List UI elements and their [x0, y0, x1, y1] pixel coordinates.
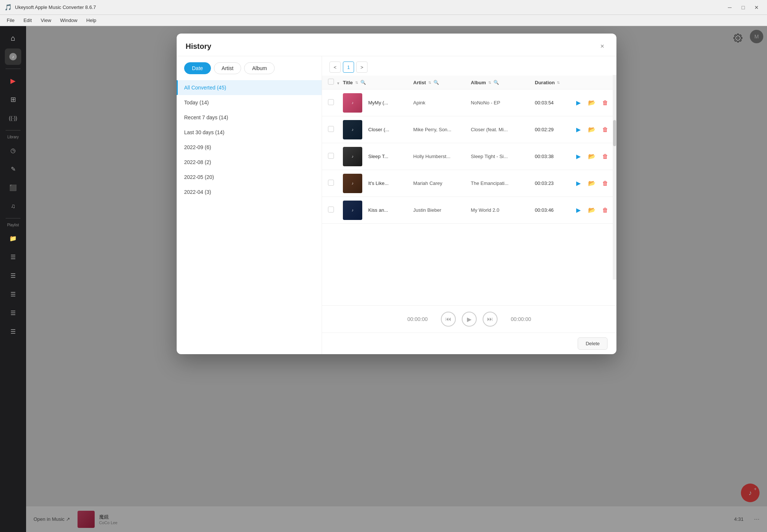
- filter-tab-artist[interactable]: Artist: [214, 62, 242, 74]
- row-1-title-text: Closer (...: [368, 127, 389, 132]
- pagination-current[interactable]: 1: [343, 62, 354, 73]
- sidebar-list-4-icon[interactable]: ☰: [5, 305, 21, 321]
- sidebar-home-icon[interactable]: ⌂: [5, 30, 21, 46]
- player-play-button[interactable]: ▶: [462, 312, 477, 327]
- sidebar-music-icon[interactable]: ♫: [5, 198, 21, 214]
- nav-item-today[interactable]: Today (14): [177, 95, 322, 110]
- app-layout: ⌂ ♪ ▶ ⊞ ((·)) Library ◷ ✎ ⬛ ♫ Playlist 📁…: [0, 26, 767, 532]
- nav-item-2022-08[interactable]: 2022-08 (2): [177, 155, 322, 170]
- menu-help[interactable]: Help: [83, 16, 100, 25]
- header-artist-label: Artist: [413, 80, 426, 85]
- apple-music-icon[interactable]: ♪: [5, 48, 21, 65]
- row-2-duration-text: 00:03:38: [535, 154, 554, 159]
- sidebar-library-label: Library: [7, 135, 19, 139]
- pagination-prev[interactable]: <: [329, 62, 341, 73]
- sidebar-radio-icon[interactable]: ((·)): [5, 110, 21, 126]
- app-icon: 🎵: [4, 4, 12, 11]
- minimize-button[interactable]: ─: [724, 2, 736, 13]
- sidebar-folder-icon[interactable]: 📁: [5, 230, 21, 246]
- sidebar-list-3-icon[interactable]: ☰: [5, 286, 21, 302]
- row-3-folder-button[interactable]: 📂: [587, 178, 597, 189]
- header-title-label: Title: [343, 80, 353, 85]
- player-next-button[interactable]: ⏭: [483, 312, 498, 327]
- row-3-delete-button[interactable]: 🗑: [600, 178, 610, 189]
- filter-tab-album[interactable]: Album: [244, 62, 275, 74]
- artist-sort-icon[interactable]: ⇅: [428, 81, 431, 85]
- nav-list: All Converted (45) Today (14) Recent 7 d…: [177, 79, 322, 354]
- modal-close-button[interactable]: ×: [597, 41, 607, 51]
- row-0-folder-button[interactable]: 📂: [587, 98, 597, 108]
- nav-item-2022-09[interactable]: 2022-09 (6): [177, 140, 322, 155]
- player-prev-button[interactable]: ⏮: [441, 312, 456, 327]
- row-1-play-button[interactable]: ▶: [573, 125, 584, 135]
- maximize-button[interactable]: □: [737, 2, 749, 13]
- row-4-folder-button[interactable]: 📂: [587, 205, 597, 215]
- row-4-artist-text: Justin Bieber: [413, 207, 441, 213]
- menu-edit[interactable]: Edit: [20, 16, 35, 25]
- row-0-delete-button[interactable]: 🗑: [600, 98, 610, 108]
- modal-right-panel: < 1 > ▼: [322, 56, 616, 354]
- modal-body: Date Artist Album All Converted (45) Tod…: [177, 56, 616, 354]
- nav-item-all[interactable]: All Converted (45): [177, 80, 322, 95]
- menu-window[interactable]: Window: [56, 16, 81, 25]
- artist-search-icon[interactable]: 🔍: [433, 80, 439, 85]
- row-3-artist-text: Mariah Carey: [413, 180, 442, 186]
- table-row: ♪ Closer (... Mike Perry, Son... Closer …: [322, 116, 616, 143]
- row-2-album-text: Sleep Tight - Si...: [471, 154, 508, 159]
- row-0-check: [328, 99, 343, 107]
- row-0-checkbox[interactable]: [328, 99, 334, 105]
- nav-item-recent7[interactable]: Recent 7 days (14): [177, 110, 322, 125]
- modal-header: History ×: [177, 34, 616, 56]
- row-0-title: ♪ MyMy (...: [343, 93, 413, 113]
- row-1-checkbox[interactable]: [328, 126, 334, 132]
- modal-title: History: [186, 42, 211, 51]
- table-row: ♪ MyMy (... Apink NoNoNo - EP: [322, 89, 616, 116]
- row-1-duration-text: 00:02:29: [535, 127, 554, 132]
- sidebar-list-2-icon[interactable]: ☰: [5, 267, 21, 284]
- row-2-delete-button[interactable]: 🗑: [600, 151, 610, 162]
- row-2-folder-button[interactable]: 📂: [587, 151, 597, 162]
- row-3-check: [328, 180, 343, 187]
- header-duration-col: Duration ⇅: [535, 80, 573, 85]
- table-row: ♪ Kiss an... Justin Bieber My World 2.0: [322, 197, 616, 224]
- sidebar-list-1-icon[interactable]: ☰: [5, 249, 21, 265]
- row-4-checkbox[interactable]: [328, 207, 334, 213]
- menu-file[interactable]: File: [3, 16, 18, 25]
- row-2-play-button[interactable]: ▶: [573, 151, 584, 162]
- delete-button[interactable]: Delete: [578, 337, 607, 350]
- row-1-folder-button[interactable]: 📂: [587, 125, 597, 135]
- album-sort-icon[interactable]: ⇅: [488, 81, 491, 85]
- sidebar-square-icon[interactable]: ⬛: [5, 179, 21, 196]
- pagination-next[interactable]: >: [356, 62, 367, 73]
- row-0-album-text: NoNoNo - EP: [471, 100, 500, 106]
- row-2-thumb-image: ♪: [343, 147, 362, 166]
- menu-view[interactable]: View: [37, 16, 55, 25]
- title-sort-icon[interactable]: ⇅: [355, 81, 358, 85]
- album-search-icon[interactable]: 🔍: [493, 80, 499, 85]
- row-4-play-button[interactable]: ▶: [573, 205, 584, 215]
- row-0-actions: ▶ 📂 🗑: [573, 98, 610, 108]
- filter-tab-date[interactable]: Date: [184, 62, 211, 74]
- row-3-album: The Emancipati...: [471, 180, 535, 186]
- row-1-delete-button[interactable]: 🗑: [600, 125, 610, 135]
- sidebar-edit-icon[interactable]: ✎: [5, 161, 21, 177]
- duration-sort-icon[interactable]: ⇅: [557, 81, 560, 85]
- sidebar-play-icon[interactable]: ▶: [5, 73, 21, 89]
- nav-item-last30[interactable]: Last 30 days (14): [177, 125, 322, 140]
- row-2-checkbox[interactable]: [328, 153, 334, 159]
- title-search-icon[interactable]: 🔍: [360, 80, 366, 85]
- nav-item-2022-05[interactable]: 2022-05 (20): [177, 170, 322, 185]
- player-time-start: 00:00:00: [407, 316, 433, 322]
- row-3-checkbox[interactable]: [328, 180, 334, 186]
- row-3-play-button[interactable]: ▶: [573, 178, 584, 189]
- row-4-delete-button[interactable]: 🗑: [600, 205, 610, 215]
- select-all-checkbox[interactable]: [328, 79, 334, 85]
- nav-item-2022-04[interactable]: 2022-04 (3): [177, 185, 322, 199]
- sidebar-list-5-icon[interactable]: ☰: [5, 323, 21, 340]
- scrollbar-thumb[interactable]: [613, 120, 616, 146]
- sidebar-grid-icon[interactable]: ⊞: [5, 91, 21, 108]
- row-1-title: ♪ Closer (...: [343, 120, 413, 139]
- close-button[interactable]: ✕: [751, 2, 763, 13]
- row-0-play-button[interactable]: ▶: [573, 98, 584, 108]
- sidebar-history-icon[interactable]: ◷: [5, 142, 21, 158]
